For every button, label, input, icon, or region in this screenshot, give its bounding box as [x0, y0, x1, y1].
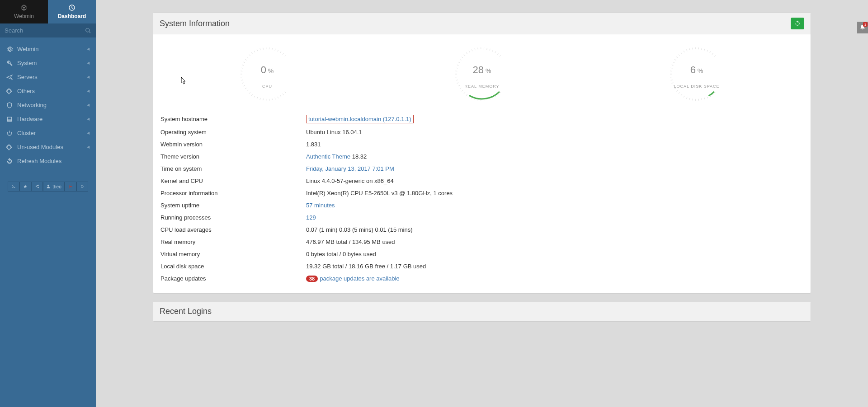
- svg-line-24: [243, 62, 245, 63]
- nav-item-label: Networking: [17, 102, 47, 108]
- svg-line-27: [249, 55, 250, 56]
- notifications-button[interactable]: 1: [857, 22, 868, 33]
- svg-line-80: [492, 50, 493, 51]
- user-button[interactable]: theo: [43, 182, 64, 192]
- svg-line-10: [257, 97, 258, 99]
- panel-sysinfo-body: 0 % CPU 28 % REAL MEMORY 6 % LOCAL DISK …: [153, 34, 811, 293]
- svg-line-78: [487, 48, 487, 50]
- realmem-label: Real memory: [160, 236, 305, 248]
- svg-line-111: [675, 59, 676, 60]
- uptime-value[interactable]: 57 minutes: [306, 202, 335, 209]
- svg-line-23: [242, 65, 244, 65]
- chevron-left-icon: ◀: [87, 61, 90, 65]
- svg-line-38: [280, 51, 281, 53]
- refresh-button[interactable]: [791, 18, 804, 29]
- svg-line-79: [490, 49, 490, 51]
- svg-line-37: [278, 50, 278, 51]
- procs-value[interactable]: 129: [306, 214, 316, 221]
- time-value[interactable]: Friday, January 13, 2017 7:01 PM: [306, 165, 394, 172]
- nav-item-label: Refresh Modules: [17, 158, 61, 164]
- pkg-link[interactable]: package updates are available: [320, 275, 399, 282]
- svg-line-99: [679, 92, 680, 94]
- svg-line-121: [702, 48, 702, 50]
- gauges: 0 % CPU 28 % REAL MEMORY 6 % LOCAL DISK …: [160, 42, 804, 103]
- pkg-label: Package updates: [160, 273, 305, 284]
- time-label: Time on system: [160, 163, 305, 174]
- shield-icon: [6, 102, 13, 108]
- nav-item-label: Hardware: [17, 116, 42, 122]
- chevron-left-icon: ◀: [87, 75, 90, 79]
- logout-button[interactable]: [65, 182, 76, 192]
- uptime-label: System uptime: [160, 200, 305, 211]
- svg-line-8: [263, 98, 263, 100]
- svg-line-18: [241, 80, 243, 80]
- virtmem-value: 0 bytes total / 0 bytes used: [306, 248, 803, 260]
- svg-line-100: [676, 90, 678, 92]
- gear-icon: [6, 46, 13, 52]
- svg-line-40: [285, 55, 286, 56]
- search-wrap: [0, 23, 96, 37]
- favorites-button[interactable]: [19, 182, 31, 192]
- nav-item-others[interactable]: Others◀: [0, 84, 96, 98]
- puzzle-icon: [6, 144, 13, 150]
- nav-item-hardware[interactable]: Hardware◀: [0, 112, 96, 126]
- sidebar-tabs: Webmin Dashboard: [0, 0, 96, 23]
- webminver-value: 1.831: [306, 139, 803, 150]
- svg-line-104: [671, 80, 673, 80]
- svg-line-9: [260, 98, 260, 100]
- chevron-left-icon: ◀: [87, 131, 90, 135]
- webminver-label: Webmin version: [160, 139, 305, 150]
- tab-webmin[interactable]: Webmin: [0, 0, 48, 23]
- svg-line-73: [472, 49, 472, 51]
- nav-item-label: Cluster: [17, 130, 36, 136]
- svg-line-4: [275, 98, 275, 99]
- svg-line-115: [684, 51, 684, 52]
- localdisk-label: Local disk space: [160, 261, 305, 272]
- chevron-left-icon: ◀: [87, 47, 90, 51]
- svg-line-109: [672, 65, 674, 65]
- hostname-value[interactable]: tutorial-webmin.localdomain (127.0.1.1): [306, 115, 414, 123]
- share-button[interactable]: [31, 182, 43, 192]
- svg-text:LOCAL DISK SPACE: LOCAL DISK SPACE: [674, 84, 720, 89]
- load-label: CPU load averages: [160, 224, 305, 235]
- panel-sysinfo-header: System Information: [153, 13, 811, 34]
- svg-line-69: [462, 57, 463, 58]
- nav: Webmin◀System◀Servers◀Others◀Networking◀…: [0, 37, 96, 168]
- svg-line-3: [278, 97, 278, 98]
- nav-item-networking[interactable]: Networking◀: [0, 98, 96, 112]
- nav-item-label: Servers: [17, 74, 38, 80]
- search-input[interactable]: [5, 27, 85, 34]
- nav-item-servers[interactable]: Servers◀: [0, 70, 96, 84]
- nav-item-un-used-modules[interactable]: Un-used Modules◀: [0, 140, 96, 154]
- nav-item-webmin[interactable]: Webmin◀: [0, 42, 96, 56]
- nav-item-cluster[interactable]: Cluster◀: [0, 126, 96, 140]
- themever-link[interactable]: Authentic Theme: [306, 153, 350, 160]
- svg-line-22: [241, 68, 243, 68]
- svg-line-0: [285, 92, 286, 93]
- nav-item-refresh-modules[interactable]: Refresh Modules: [0, 154, 96, 168]
- main: System Information 0 % CPU 28 % REAL MEM…: [96, 0, 868, 342]
- info-table: System hostname tutorial-webmin.localdom…: [160, 112, 804, 285]
- nav-item-system[interactable]: System◀: [0, 56, 96, 70]
- bottom-bar: theo: [0, 182, 96, 192]
- chevron-left-icon: ◀: [87, 89, 90, 93]
- terminal-button[interactable]: [8, 182, 19, 192]
- recent-logins-title: Recent Logins: [160, 307, 212, 316]
- svg-line-70: [464, 55, 465, 56]
- svg-line-125: [712, 53, 713, 55]
- tab-webmin-label: Webmin: [14, 13, 34, 19]
- refresh-icon: [794, 20, 801, 27]
- svg-line-26: [247, 57, 248, 58]
- svg-line-56: [464, 92, 465, 94]
- svg-line-11: [254, 96, 255, 97]
- os-value: Ubuntu Linux 16.04.1: [306, 126, 803, 138]
- chevron-left-icon: ◀: [87, 103, 90, 107]
- reload-button[interactable]: [76, 182, 88, 192]
- svg-line-68: [460, 59, 461, 60]
- disk-icon: [6, 116, 13, 122]
- panel-recent-logins-header[interactable]: Recent Logins: [153, 302, 811, 321]
- svg-line-5: [272, 98, 272, 100]
- svg-text:6 %: 6 %: [690, 64, 703, 75]
- tab-dashboard[interactable]: Dashboard: [48, 0, 96, 23]
- search-icon[interactable]: [85, 28, 91, 34]
